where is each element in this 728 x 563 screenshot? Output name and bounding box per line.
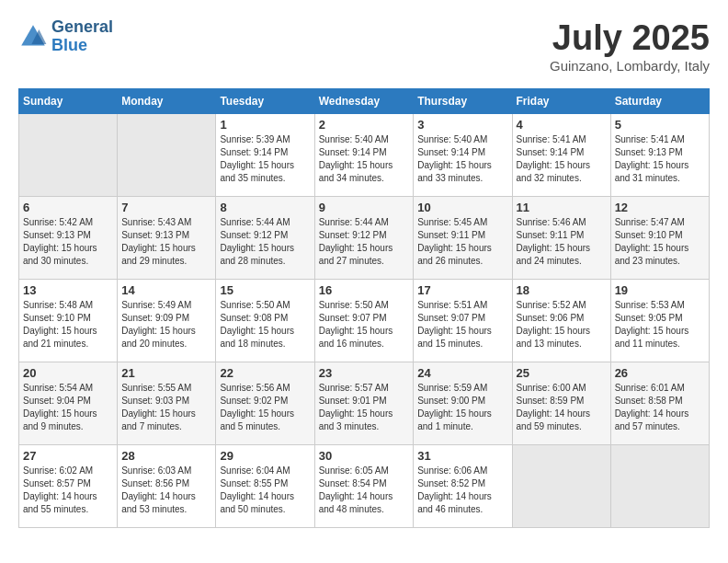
calendar-cell — [512, 445, 610, 528]
weekday-row: SundayMondayTuesdayWednesdayThursdayFrid… — [19, 89, 710, 114]
calendar-week-row: 1Sunrise: 5:39 AMSunset: 9:14 PMDaylight… — [19, 114, 710, 197]
calendar-cell: 30Sunrise: 6:05 AMSunset: 8:54 PMDayligh… — [314, 445, 414, 528]
weekday-header: Thursday — [414, 89, 512, 114]
day-info: Sunrise: 5:41 AMSunset: 9:14 PMDaylight:… — [517, 133, 607, 185]
calendar-cell: 20Sunrise: 5:54 AMSunset: 9:04 PMDayligh… — [19, 362, 118, 445]
calendar-cell: 28Sunrise: 6:03 AMSunset: 8:56 PMDayligh… — [118, 445, 216, 528]
calendar-cell: 15Sunrise: 5:50 AMSunset: 9:08 PMDayligh… — [216, 280, 314, 362]
calendar-cell: 16Sunrise: 5:50 AMSunset: 9:07 PMDayligh… — [314, 280, 414, 362]
logo-text-blue: Blue — [51, 37, 113, 55]
calendar-cell: 9Sunrise: 5:44 AMSunset: 9:12 PMDaylight… — [314, 197, 414, 280]
day-number: 15 — [220, 283, 310, 297]
day-info: Sunrise: 6:02 AMSunset: 8:57 PMDaylight:… — [23, 465, 113, 516]
calendar-cell — [610, 445, 709, 528]
day-info: Sunrise: 5:41 AMSunset: 9:13 PMDaylight:… — [615, 133, 705, 185]
day-info: Sunrise: 5:50 AMSunset: 9:07 PMDaylight:… — [319, 299, 410, 350]
day-number: 7 — [121, 201, 211, 214]
calendar-cell: 3Sunrise: 5:40 AMSunset: 9:14 PMDaylight… — [414, 114, 512, 197]
calendar-cell: 29Sunrise: 6:04 AMSunset: 8:55 PMDayligh… — [216, 445, 314, 528]
day-number: 3 — [417, 118, 507, 132]
calendar-cell: 14Sunrise: 5:49 AMSunset: 9:09 PMDayligh… — [118, 280, 216, 362]
calendar-cell: 2Sunrise: 5:40 AMSunset: 9:14 PMDaylight… — [314, 114, 414, 197]
calendar-week-row: 13Sunrise: 5:48 AMSunset: 9:10 PMDayligh… — [19, 280, 710, 362]
day-number: 8 — [220, 201, 310, 214]
calendar-cell: 17Sunrise: 5:51 AMSunset: 9:07 PMDayligh… — [414, 280, 512, 362]
calendar-cell: 5Sunrise: 5:41 AMSunset: 9:13 PMDaylight… — [610, 114, 709, 197]
day-number: 9 — [319, 201, 410, 214]
day-info: Sunrise: 6:00 AMSunset: 8:59 PMDaylight:… — [517, 382, 607, 433]
day-info: Sunrise: 5:49 AMSunset: 9:09 PMDaylight:… — [121, 299, 211, 350]
day-number: 30 — [319, 449, 410, 463]
weekday-header: Tuesday — [216, 89, 314, 114]
calendar-cell: 21Sunrise: 5:55 AMSunset: 9:03 PMDayligh… — [118, 362, 216, 445]
day-info: Sunrise: 5:55 AMSunset: 9:03 PMDaylight:… — [121, 382, 211, 433]
calendar-cell: 11Sunrise: 5:46 AMSunset: 9:11 PMDayligh… — [512, 197, 610, 280]
day-number: 2 — [319, 118, 410, 132]
calendar-cell: 18Sunrise: 5:52 AMSunset: 9:06 PMDayligh… — [512, 280, 610, 362]
calendar-cell: 13Sunrise: 5:48 AMSunset: 9:10 PMDayligh… — [19, 280, 118, 362]
location: Guinzano, Lombardy, Italy — [550, 58, 710, 74]
weekday-header: Sunday — [19, 89, 118, 114]
day-info: Sunrise: 5:44 AMSunset: 9:12 PMDaylight:… — [220, 216, 310, 268]
day-number: 18 — [517, 283, 607, 297]
day-number: 25 — [517, 366, 607, 380]
calendar-cell: 1Sunrise: 5:39 AMSunset: 9:14 PMDaylight… — [216, 114, 314, 197]
calendar-cell: 25Sunrise: 6:00 AMSunset: 8:59 PMDayligh… — [512, 362, 610, 445]
page-header: General Blue July 2025 Guinzano, Lombard… — [18, 18, 710, 74]
day-number: 19 — [615, 283, 705, 297]
day-number: 12 — [615, 201, 705, 214]
calendar-cell: 7Sunrise: 5:43 AMSunset: 9:13 PMDaylight… — [118, 197, 216, 280]
day-info: Sunrise: 5:45 AMSunset: 9:11 PMDaylight:… — [417, 216, 507, 268]
day-number: 11 — [517, 201, 607, 214]
day-info: Sunrise: 6:04 AMSunset: 8:55 PMDaylight:… — [220, 465, 310, 516]
day-info: Sunrise: 5:42 AMSunset: 9:13 PMDaylight:… — [23, 216, 113, 268]
calendar-cell: 22Sunrise: 5:56 AMSunset: 9:02 PMDayligh… — [216, 362, 314, 445]
day-number: 21 — [121, 366, 211, 380]
day-info: Sunrise: 5:59 AMSunset: 9:00 PMDaylight:… — [417, 382, 507, 433]
calendar-cell: 26Sunrise: 6:01 AMSunset: 8:58 PMDayligh… — [610, 362, 709, 445]
calendar-cell: 23Sunrise: 5:57 AMSunset: 9:01 PMDayligh… — [314, 362, 414, 445]
day-number: 13 — [23, 283, 113, 297]
day-info: Sunrise: 5:39 AMSunset: 9:14 PMDaylight:… — [220, 133, 310, 185]
day-number: 22 — [220, 366, 310, 380]
weekday-header: Saturday — [610, 89, 709, 114]
calendar-table: SundayMondayTuesdayWednesdayThursdayFrid… — [18, 88, 710, 528]
day-info: Sunrise: 5:44 AMSunset: 9:12 PMDaylight:… — [319, 216, 410, 268]
weekday-header: Friday — [512, 89, 610, 114]
calendar-cell: 31Sunrise: 6:06 AMSunset: 8:52 PMDayligh… — [414, 445, 512, 528]
calendar-cell: 24Sunrise: 5:59 AMSunset: 9:00 PMDayligh… — [414, 362, 512, 445]
calendar-cell: 4Sunrise: 5:41 AMSunset: 9:14 PMDaylight… — [512, 114, 610, 197]
day-info: Sunrise: 5:53 AMSunset: 9:05 PMDaylight:… — [615, 299, 705, 350]
day-number: 23 — [319, 366, 410, 380]
calendar-cell: 19Sunrise: 5:53 AMSunset: 9:05 PMDayligh… — [610, 280, 709, 362]
day-info: Sunrise: 5:48 AMSunset: 9:10 PMDaylight:… — [23, 299, 113, 350]
day-number: 16 — [319, 283, 410, 297]
day-number: 17 — [417, 283, 507, 297]
title-block: July 2025 Guinzano, Lombardy, Italy — [550, 18, 710, 74]
logo-text-general: General — [51, 18, 113, 37]
day-info: Sunrise: 5:51 AMSunset: 9:07 PMDaylight:… — [417, 299, 507, 350]
day-info: Sunrise: 5:40 AMSunset: 9:14 PMDaylight:… — [417, 133, 507, 185]
calendar-week-row: 20Sunrise: 5:54 AMSunset: 9:04 PMDayligh… — [19, 362, 710, 445]
weekday-header: Wednesday — [314, 89, 414, 114]
day-number: 28 — [121, 449, 211, 463]
day-info: Sunrise: 5:52 AMSunset: 9:06 PMDaylight:… — [517, 299, 607, 350]
calendar-cell: 10Sunrise: 5:45 AMSunset: 9:11 PMDayligh… — [414, 197, 512, 280]
calendar-cell — [118, 114, 216, 197]
calendar-week-row: 27Sunrise: 6:02 AMSunset: 8:57 PMDayligh… — [19, 445, 710, 528]
calendar-cell — [19, 114, 118, 197]
calendar-body: 1Sunrise: 5:39 AMSunset: 9:14 PMDaylight… — [19, 114, 710, 528]
logo-icon — [18, 22, 48, 52]
day-number: 24 — [417, 366, 507, 380]
day-info: Sunrise: 5:57 AMSunset: 9:01 PMDaylight:… — [319, 382, 410, 433]
month-title: July 2025 — [550, 18, 710, 58]
day-number: 27 — [23, 449, 113, 463]
day-info: Sunrise: 5:56 AMSunset: 9:02 PMDaylight:… — [220, 382, 310, 433]
day-info: Sunrise: 5:47 AMSunset: 9:10 PMDaylight:… — [615, 216, 705, 268]
day-info: Sunrise: 6:05 AMSunset: 8:54 PMDaylight:… — [319, 465, 410, 516]
day-info: Sunrise: 5:54 AMSunset: 9:04 PMDaylight:… — [23, 382, 113, 433]
day-number: 20 — [23, 366, 113, 380]
day-info: Sunrise: 6:06 AMSunset: 8:52 PMDaylight:… — [417, 465, 507, 516]
day-info: Sunrise: 5:40 AMSunset: 9:14 PMDaylight:… — [319, 133, 410, 185]
day-info: Sunrise: 5:46 AMSunset: 9:11 PMDaylight:… — [517, 216, 607, 268]
